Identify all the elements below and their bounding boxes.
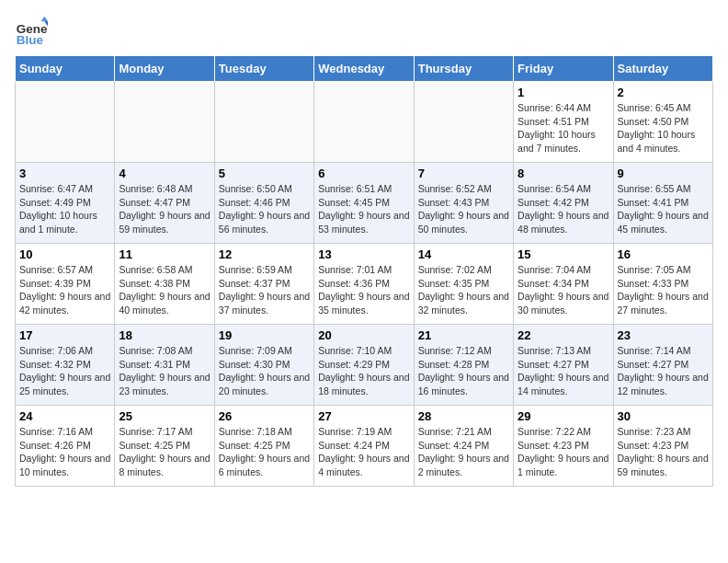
day-header-sunday: Sunday xyxy=(16,56,115,82)
calendar-week-4: 17Sunrise: 7:06 AMSunset: 4:32 PMDayligh… xyxy=(16,325,713,406)
page-header: General Blue xyxy=(15,15,713,48)
day-number: 11 xyxy=(119,247,210,261)
day-info: Sunrise: 7:18 AMSunset: 4:25 PMDaylight:… xyxy=(219,425,310,479)
day-info: Sunrise: 6:48 AMSunset: 4:47 PMDaylight:… xyxy=(119,182,210,236)
calendar-cell: 23Sunrise: 7:14 AMSunset: 4:27 PMDayligh… xyxy=(613,325,712,406)
day-number: 13 xyxy=(318,247,409,261)
calendar-cell: 20Sunrise: 7:10 AMSunset: 4:29 PMDayligh… xyxy=(314,325,414,406)
day-number: 29 xyxy=(518,409,609,423)
day-number: 22 xyxy=(518,328,609,342)
calendar-cell xyxy=(16,82,115,163)
day-number: 28 xyxy=(418,409,509,423)
logo: General Blue xyxy=(15,15,48,48)
calendar-cell: 18Sunrise: 7:08 AMSunset: 4:31 PMDayligh… xyxy=(115,325,214,406)
calendar-cell: 5Sunrise: 6:50 AMSunset: 4:46 PMDaylight… xyxy=(214,163,313,244)
day-number: 3 xyxy=(19,167,110,180)
day-info: Sunrise: 7:16 AMSunset: 4:26 PMDaylight:… xyxy=(19,425,110,479)
day-number: 7 xyxy=(418,167,509,180)
day-number: 14 xyxy=(418,247,509,261)
day-header-monday: Monday xyxy=(115,56,214,82)
calendar-cell: 2Sunrise: 6:45 AMSunset: 4:50 PMDaylight… xyxy=(613,82,712,163)
day-info: Sunrise: 7:17 AMSunset: 4:25 PMDaylight:… xyxy=(119,425,210,479)
day-number: 2 xyxy=(618,86,709,99)
calendar-cell: 24Sunrise: 7:16 AMSunset: 4:26 PMDayligh… xyxy=(16,406,115,487)
calendar-cell: 16Sunrise: 7:05 AMSunset: 4:33 PMDayligh… xyxy=(613,244,712,325)
day-info: Sunrise: 7:10 AMSunset: 4:29 PMDaylight:… xyxy=(318,344,409,398)
calendar-week-1: 1Sunrise: 6:44 AMSunset: 4:51 PMDaylight… xyxy=(16,82,713,163)
day-number: 24 xyxy=(19,409,110,423)
day-info: Sunrise: 6:50 AMSunset: 4:46 PMDaylight:… xyxy=(219,182,310,236)
calendar-cell: 22Sunrise: 7:13 AMSunset: 4:27 PMDayligh… xyxy=(514,325,613,406)
day-info: Sunrise: 6:54 AMSunset: 4:42 PMDaylight:… xyxy=(518,182,609,236)
day-info: Sunrise: 7:06 AMSunset: 4:32 PMDaylight:… xyxy=(19,344,110,398)
day-info: Sunrise: 6:45 AMSunset: 4:50 PMDaylight:… xyxy=(618,101,709,155)
calendar-cell: 28Sunrise: 7:21 AMSunset: 4:24 PMDayligh… xyxy=(414,406,513,487)
calendar-cell: 11Sunrise: 6:58 AMSunset: 4:38 PMDayligh… xyxy=(115,244,214,325)
day-info: Sunrise: 7:21 AMSunset: 4:24 PMDaylight:… xyxy=(418,425,509,479)
day-info: Sunrise: 6:59 AMSunset: 4:37 PMDaylight:… xyxy=(219,263,310,317)
day-number: 1 xyxy=(518,86,609,99)
day-info: Sunrise: 7:12 AMSunset: 4:28 PMDaylight:… xyxy=(418,344,509,398)
calendar-cell: 29Sunrise: 7:22 AMSunset: 4:23 PMDayligh… xyxy=(514,406,613,487)
day-info: Sunrise: 6:51 AMSunset: 4:45 PMDaylight:… xyxy=(318,182,409,236)
calendar-cell: 25Sunrise: 7:17 AMSunset: 4:25 PMDayligh… xyxy=(115,406,214,487)
day-number: 26 xyxy=(219,409,310,423)
day-number: 6 xyxy=(318,167,409,180)
day-info: Sunrise: 6:47 AMSunset: 4:49 PMDaylight:… xyxy=(19,182,110,236)
day-header-wednesday: Wednesday xyxy=(314,56,414,82)
day-info: Sunrise: 7:14 AMSunset: 4:27 PMDaylight:… xyxy=(618,344,709,398)
day-info: Sunrise: 7:04 AMSunset: 4:34 PMDaylight:… xyxy=(518,263,609,317)
calendar-week-5: 24Sunrise: 7:16 AMSunset: 4:26 PMDayligh… xyxy=(16,406,713,487)
day-header-tuesday: Tuesday xyxy=(214,56,313,82)
calendar-header-row: SundayMondayTuesdayWednesdayThursdayFrid… xyxy=(16,56,713,82)
day-number: 30 xyxy=(618,409,709,423)
day-number: 17 xyxy=(19,328,110,342)
calendar-week-3: 10Sunrise: 6:57 AMSunset: 4:39 PMDayligh… xyxy=(16,244,713,325)
logo-icon: General Blue xyxy=(15,15,48,48)
day-info: Sunrise: 7:05 AMSunset: 4:33 PMDaylight:… xyxy=(618,263,709,317)
calendar-cell: 13Sunrise: 7:01 AMSunset: 4:36 PMDayligh… xyxy=(314,244,414,325)
calendar-cell: 3Sunrise: 6:47 AMSunset: 4:49 PMDaylight… xyxy=(16,163,115,244)
day-number: 16 xyxy=(618,247,709,261)
day-info: Sunrise: 6:55 AMSunset: 4:41 PMDaylight:… xyxy=(618,182,709,236)
day-header-friday: Friday xyxy=(514,56,613,82)
calendar-cell: 4Sunrise: 6:48 AMSunset: 4:47 PMDaylight… xyxy=(115,163,214,244)
day-number: 21 xyxy=(418,328,509,342)
calendar-cell: 26Sunrise: 7:18 AMSunset: 4:25 PMDayligh… xyxy=(214,406,313,487)
svg-text:Blue: Blue xyxy=(17,33,44,47)
calendar-cell: 7Sunrise: 6:52 AMSunset: 4:43 PMDaylight… xyxy=(414,163,513,244)
day-number: 12 xyxy=(219,247,310,261)
calendar-cell: 12Sunrise: 6:59 AMSunset: 4:37 PMDayligh… xyxy=(214,244,313,325)
day-info: Sunrise: 7:01 AMSunset: 4:36 PMDaylight:… xyxy=(318,263,409,317)
day-info: Sunrise: 7:19 AMSunset: 4:24 PMDaylight:… xyxy=(318,425,409,479)
day-info: Sunrise: 7:09 AMSunset: 4:30 PMDaylight:… xyxy=(219,344,310,398)
calendar-cell: 30Sunrise: 7:23 AMSunset: 4:23 PMDayligh… xyxy=(613,406,712,487)
calendar-cell xyxy=(314,82,414,163)
day-info: Sunrise: 7:23 AMSunset: 4:23 PMDaylight:… xyxy=(618,425,709,479)
calendar-cell: 17Sunrise: 7:06 AMSunset: 4:32 PMDayligh… xyxy=(16,325,115,406)
day-number: 8 xyxy=(518,167,609,180)
calendar-cell: 15Sunrise: 7:04 AMSunset: 4:34 PMDayligh… xyxy=(514,244,613,325)
day-number: 27 xyxy=(318,409,409,423)
day-number: 18 xyxy=(119,328,210,342)
day-info: Sunrise: 7:08 AMSunset: 4:31 PMDaylight:… xyxy=(119,344,210,398)
day-info: Sunrise: 6:44 AMSunset: 4:51 PMDaylight:… xyxy=(518,101,609,155)
calendar-cell: 21Sunrise: 7:12 AMSunset: 4:28 PMDayligh… xyxy=(414,325,513,406)
day-info: Sunrise: 7:02 AMSunset: 4:35 PMDaylight:… xyxy=(418,263,509,317)
day-number: 10 xyxy=(19,247,110,261)
calendar-cell: 9Sunrise: 6:55 AMSunset: 4:41 PMDaylight… xyxy=(613,163,712,244)
calendar-cell: 14Sunrise: 7:02 AMSunset: 4:35 PMDayligh… xyxy=(414,244,513,325)
day-number: 9 xyxy=(618,167,709,180)
day-header-thursday: Thursday xyxy=(414,56,513,82)
day-info: Sunrise: 6:52 AMSunset: 4:43 PMDaylight:… xyxy=(418,182,509,236)
day-info: Sunrise: 6:58 AMSunset: 4:38 PMDaylight:… xyxy=(119,263,210,317)
day-number: 25 xyxy=(119,409,210,423)
day-number: 20 xyxy=(318,328,409,342)
day-info: Sunrise: 7:13 AMSunset: 4:27 PMDaylight:… xyxy=(518,344,609,398)
calendar-cell xyxy=(414,82,513,163)
calendar-cell: 10Sunrise: 6:57 AMSunset: 4:39 PMDayligh… xyxy=(16,244,115,325)
calendar-cell xyxy=(214,82,313,163)
day-number: 23 xyxy=(618,328,709,342)
day-number: 4 xyxy=(119,167,210,180)
calendar-cell: 27Sunrise: 7:19 AMSunset: 4:24 PMDayligh… xyxy=(314,406,414,487)
